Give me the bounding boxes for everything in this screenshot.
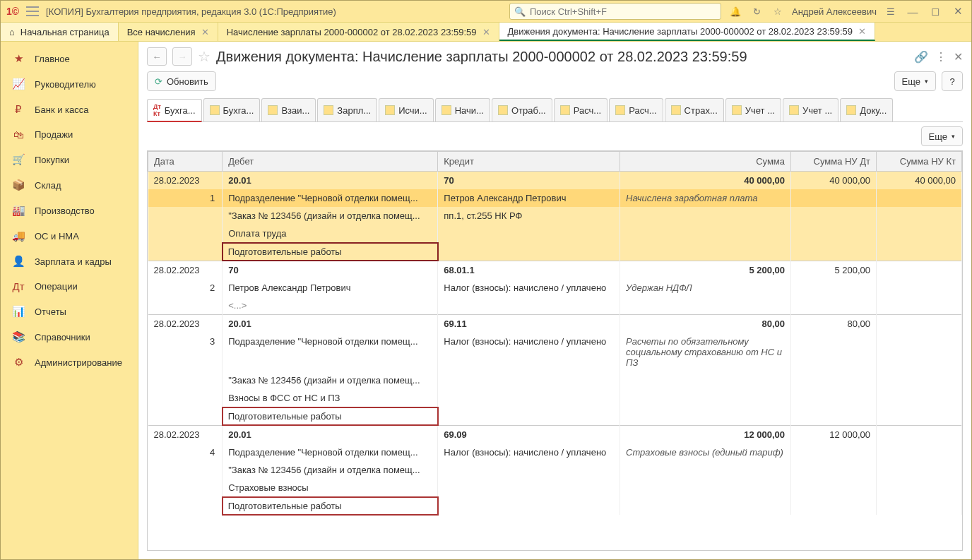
tab-home[interactable]: ⌂ Начальная страница xyxy=(1,23,119,41)
cell-credit-line xyxy=(438,461,620,479)
nav-label: Руководителю xyxy=(35,79,96,90)
register-tab[interactable]: Бухга... xyxy=(203,98,261,121)
chevron-down-icon: ▾ xyxy=(952,133,955,140)
favorite-icon[interactable]: ☆ xyxy=(198,48,211,65)
table-row[interactable]: Подготовительные работы xyxy=(148,497,962,515)
cell-empty xyxy=(620,207,791,225)
cell-empty xyxy=(791,243,877,261)
nav-icon: 🚚 xyxy=(12,230,25,242)
col-date[interactable]: Дата xyxy=(148,152,223,172)
logo-1c: 1© xyxy=(6,6,19,17)
nav-item[interactable]: ⚙Администрирование xyxy=(1,350,138,375)
table-row[interactable]: 28.02.202320.017040 000,0040 000,0040 00… xyxy=(148,172,962,190)
cell-empty xyxy=(620,461,791,479)
cell-debit-acc: 70 xyxy=(223,261,438,279)
nav-item[interactable]: 🚚ОС и НМА xyxy=(1,223,138,249)
maximize-icon[interactable]: ◻ xyxy=(927,5,943,18)
forward-button[interactable]: → xyxy=(172,47,192,66)
cell-credit-line: Налог (взносы): начислено / уплачено xyxy=(438,443,620,461)
toolbar: ⟳ Обновить Еще ▾ ? xyxy=(147,71,963,91)
table-row[interactable]: 4Подразделение "Черновой отделки помещ..… xyxy=(148,443,962,461)
cell-credit-acc: 68.01.1 xyxy=(438,261,620,279)
cell-nu-dt: 80,00 xyxy=(791,315,877,333)
table-row[interactable]: 28.02.202320.0169.1180,0080,00 xyxy=(148,315,962,333)
table-row[interactable]: 3Подразделение "Черновой отделки помещ..… xyxy=(148,333,962,371)
tab-movements[interactable]: Движения документа: Начисление зарплаты … xyxy=(499,23,876,41)
close-tab-icon[interactable]: ✕ xyxy=(482,27,490,37)
register-tab[interactable]: Исчи... xyxy=(379,98,434,121)
nav-item[interactable]: 🛍Продажи xyxy=(1,122,138,147)
cell-credit-line: пп.1, ст.255 НК РФ xyxy=(438,207,620,225)
table-row[interactable]: Взносы в ФСС от НС и ПЗ xyxy=(148,389,962,407)
nav-item[interactable]: 👤Зарплата и кадры xyxy=(1,249,138,274)
table-row[interactable]: "Заказ № 123456 (дизайн и отделка помещ.… xyxy=(148,461,962,479)
register-tab[interactable]: Отраб... xyxy=(492,98,552,121)
col-nu-dt[interactable]: Сумма НУ Дт xyxy=(791,152,877,172)
home-icon: ⌂ xyxy=(9,27,15,37)
dt-kt-icon: ДтКт xyxy=(153,103,161,117)
minimize-icon[interactable]: — xyxy=(905,6,920,18)
close-tab-icon[interactable]: ✕ xyxy=(858,26,866,37)
close-icon[interactable]: ✕ xyxy=(950,5,966,18)
help-button[interactable]: ? xyxy=(942,71,963,91)
nav-item[interactable]: 📦Склад xyxy=(1,172,138,198)
table-row[interactable]: 2Петров Александр ПетровичНалог (взносы)… xyxy=(148,279,962,297)
global-search[interactable]: 🔍 xyxy=(509,3,721,20)
tab-all-accruals[interactable]: Все начисления ✕ xyxy=(119,23,218,41)
table-row[interactable]: "Заказ № 123456 (дизайн и отделка помещ.… xyxy=(148,207,962,225)
nav-item[interactable]: ★Главное xyxy=(1,46,138,71)
col-nu-kt[interactable]: Сумма НУ Кт xyxy=(877,152,962,172)
more-button-2[interactable]: Еще ▾ xyxy=(921,126,963,146)
table-row[interactable]: 28.02.202320.0169.0912 000,0012 000,00 xyxy=(148,425,962,443)
table-row[interactable]: "Заказ № 123456 (дизайн и отделка помещ.… xyxy=(148,371,962,389)
register-tab[interactable]: Учет ... xyxy=(783,98,838,121)
table-row[interactable]: Подготовительные работы xyxy=(148,407,962,425)
table-row[interactable]: <...> xyxy=(148,297,962,315)
close-panel-icon[interactable]: ✕ xyxy=(954,50,963,64)
cell-empty xyxy=(791,225,877,243)
page-title: Движения документа: Начисление зарплаты … xyxy=(216,49,747,65)
register-tab[interactable]: Расч... xyxy=(609,98,663,121)
nav-label: Главное xyxy=(35,54,70,64)
register-tab[interactable]: Доку... xyxy=(840,98,893,121)
register-tab[interactable]: Страх... xyxy=(665,98,724,121)
back-button[interactable]: ← xyxy=(147,47,167,66)
tab-salary-doc[interactable]: Начисление зарплаты 2000-000002 от 28.02… xyxy=(218,23,499,41)
user-menu-icon[interactable]: ☰ xyxy=(884,6,898,17)
kebab-icon[interactable]: ⋮ xyxy=(935,50,947,64)
cell-debit-line: Подготовительные работы xyxy=(223,497,438,515)
register-tab[interactable]: Учет ... xyxy=(725,98,781,121)
refresh-button[interactable]: ⟳ Обновить xyxy=(147,71,216,91)
bell-icon[interactable]: 🔔 xyxy=(728,6,742,17)
table-row[interactable]: Страховые взносы xyxy=(148,479,962,497)
table-row[interactable]: Оплата труда xyxy=(148,225,962,243)
menu-icon[interactable] xyxy=(26,6,39,16)
cell-empty xyxy=(877,279,962,297)
table-row[interactable]: 28.02.20237068.01.15 200,005 200,00 xyxy=(148,261,962,279)
table-row[interactable]: Подготовительные работы xyxy=(148,243,962,261)
col-debit[interactable]: Дебет xyxy=(223,152,438,172)
search-input[interactable] xyxy=(530,6,716,17)
more-button[interactable]: Еще ▾ xyxy=(894,71,936,91)
nav-item[interactable]: 🛒Покупки xyxy=(1,147,138,172)
register-tab[interactable]: Зарпл... xyxy=(317,98,377,121)
table-row[interactable]: 1Подразделение "Черновой отделки помещ..… xyxy=(148,189,962,207)
nav-item[interactable]: 🏭Производство xyxy=(1,198,138,223)
nav-item[interactable]: ₽Банк и касса xyxy=(1,97,138,122)
register-tab[interactable]: Начи... xyxy=(435,98,490,121)
star-icon[interactable]: ☆ xyxy=(771,6,785,17)
user-name[interactable]: Андрей Алексеевич xyxy=(792,6,877,17)
nav-item[interactable]: 📊Отчеты xyxy=(1,299,138,324)
history-icon[interactable]: ↻ xyxy=(749,6,764,17)
nav-item[interactable]: 📈Руководителю xyxy=(1,71,138,97)
nav-item[interactable]: 📚Справочники xyxy=(1,324,138,350)
cell-number: 3 xyxy=(148,333,223,371)
link-icon[interactable]: 🔗 xyxy=(914,50,928,64)
nav-item[interactable]: ДтОперации xyxy=(1,274,138,299)
register-tab[interactable]: ДтКтБухга... xyxy=(147,99,202,122)
register-tab[interactable]: Взаи... xyxy=(261,98,316,121)
close-tab-icon[interactable]: ✕ xyxy=(201,27,209,37)
col-sum[interactable]: Сумма xyxy=(620,152,791,172)
register-tab[interactable]: Расч... xyxy=(554,98,608,121)
col-credit[interactable]: Кредит xyxy=(438,152,620,172)
